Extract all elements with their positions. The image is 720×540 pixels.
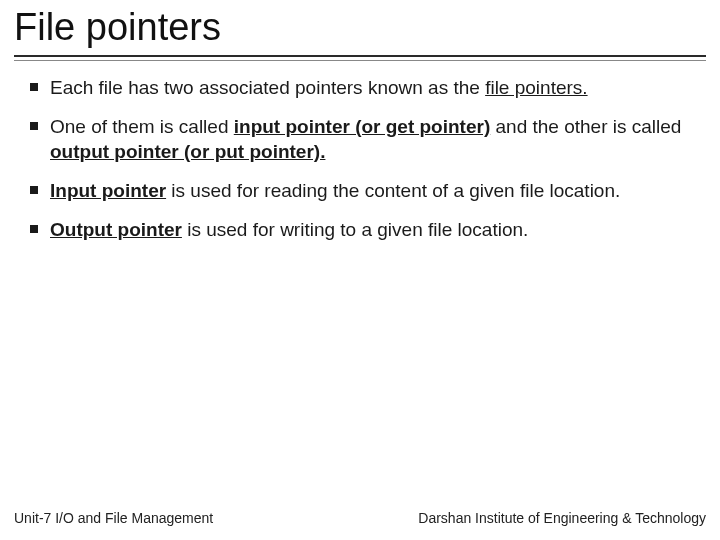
bullet-marker-icon: [30, 122, 38, 130]
bullet-text-em2: output pointer (or put pointer).: [50, 141, 325, 162]
bullet-text: Output pointer is used for writing to a …: [50, 217, 694, 242]
bullet-marker-icon: [30, 186, 38, 194]
bullet-marker-icon: [30, 225, 38, 233]
bullet-text-em1: file pointers.: [485, 77, 587, 98]
bullet-item: Input pointer is used for reading the co…: [30, 178, 694, 203]
title-block: File pointers: [0, 0, 720, 49]
bullet-text-mid: is used for writing to a given file loca…: [182, 219, 528, 240]
bullet-text-pre: Each file has two associated pointers kn…: [50, 77, 485, 98]
bullet-text-mid: is used for reading the content of a giv…: [166, 180, 620, 201]
bullet-text: Each file has two associated pointers kn…: [50, 75, 694, 100]
bullet-item: Output pointer is used for writing to a …: [30, 217, 694, 242]
slide: File pointers Each file has two associat…: [0, 0, 720, 540]
footer: Unit-7 I/O and File Management Darshan I…: [0, 510, 720, 526]
bullet-text-em1: input pointer (or get pointer): [234, 116, 490, 137]
bullet-text-em1: Output pointer: [50, 219, 182, 240]
bullet-item: Each file has two associated pointers kn…: [30, 75, 694, 100]
bullet-marker-icon: [30, 83, 38, 91]
footer-left: Unit-7 I/O and File Management: [14, 510, 213, 526]
bullet-item: One of them is called input pointer (or …: [30, 114, 694, 164]
bullet-list: Each file has two associated pointers kn…: [0, 61, 720, 242]
title-rule-thick: [14, 55, 706, 57]
bullet-text: Input pointer is used for reading the co…: [50, 178, 694, 203]
bullet-text: One of them is called input pointer (or …: [50, 114, 694, 164]
bullet-text-pre: One of them is called: [50, 116, 234, 137]
footer-right: Darshan Institute of Engineering & Techn…: [418, 510, 706, 526]
slide-title: File pointers: [14, 6, 720, 49]
bullet-text-em1: Input pointer: [50, 180, 166, 201]
bullet-text-mid: and the other is called: [490, 116, 681, 137]
